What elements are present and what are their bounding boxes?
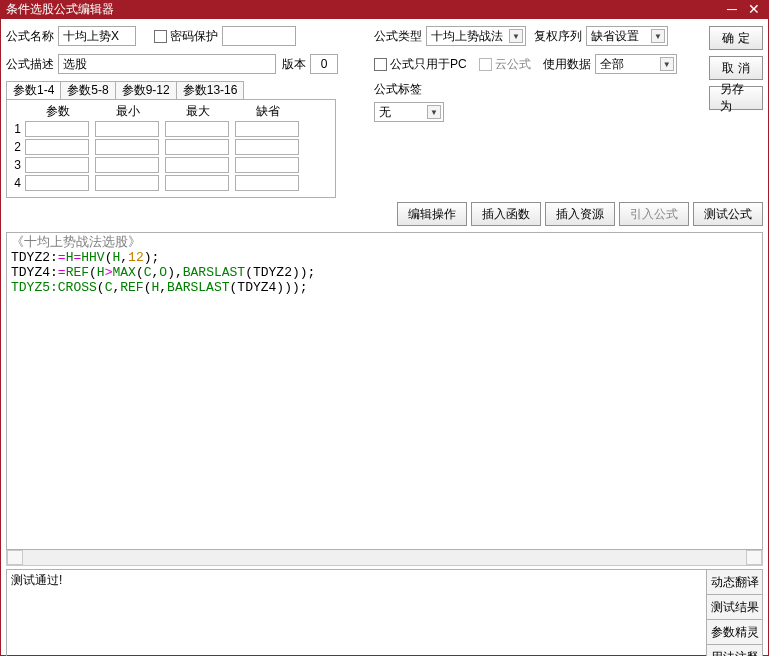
minimize-icon[interactable]: ─: [721, 0, 743, 19]
window-title: 条件选股公式编辑器: [6, 1, 721, 18]
import-button: 引入公式: [619, 202, 689, 226]
tab-usage-notes[interactable]: 用法注释: [707, 645, 762, 656]
ok-button[interactable]: 确 定: [709, 26, 763, 50]
tab-params-1-4[interactable]: 参数1-4: [6, 81, 61, 99]
chevron-down-icon: ▼: [651, 29, 665, 43]
param-input[interactable]: [235, 157, 299, 173]
password-label: 密码保护: [170, 28, 218, 45]
test-button[interactable]: 测试公式: [693, 202, 763, 226]
param-input[interactable]: [235, 175, 299, 191]
param-input[interactable]: [25, 121, 89, 137]
tab-test-result[interactable]: 测试结果: [707, 595, 762, 620]
pconly-checkbox[interactable]: [374, 58, 387, 71]
saveas-button[interactable]: 另存为: [709, 86, 763, 110]
password-checkbox[interactable]: [154, 30, 167, 43]
col-max: 最大: [163, 102, 233, 121]
close-icon[interactable]: ✕: [743, 0, 765, 19]
insert-resource-button[interactable]: 插入资源: [545, 202, 615, 226]
param-input[interactable]: [95, 139, 159, 155]
titlebar: 条件选股公式编辑器 ─ ✕: [0, 0, 769, 19]
param-input[interactable]: [165, 121, 229, 137]
param-input[interactable]: [25, 175, 89, 191]
password-input[interactable]: [222, 26, 296, 46]
tab-params-13-16[interactable]: 参数13-16: [176, 81, 245, 99]
col-name: 参数: [23, 102, 93, 121]
cloud-checkbox: [479, 58, 492, 71]
param-table: 参数 最小 最大 缺省 1 2 3 4: [6, 99, 336, 198]
chevron-down-icon: ▼: [427, 105, 441, 119]
output-panel: 测试通过! 动态翻译 测试结果 参数精灵 用法注释: [6, 569, 763, 656]
param-tabs: 参数1-4 参数5-8 参数9-12 参数13-16: [6, 81, 366, 99]
chevron-down-icon: ▼: [509, 29, 523, 43]
tab-params-5-8[interactable]: 参数5-8: [60, 81, 115, 99]
param-input[interactable]: [95, 175, 159, 191]
cloud-label: 云公式: [495, 56, 531, 73]
param-input[interactable]: [165, 175, 229, 191]
chevron-down-icon: ▼: [660, 57, 674, 71]
col-min: 最小: [93, 102, 163, 121]
desc-input[interactable]: [58, 54, 276, 74]
col-default: 缺省: [233, 102, 303, 121]
name-input[interactable]: [58, 26, 136, 46]
tag-label: 公式标签: [374, 81, 422, 98]
param-input[interactable]: [25, 139, 89, 155]
pconly-label: 公式只用于PC: [390, 56, 467, 73]
tag-select[interactable]: 无▼: [374, 102, 444, 122]
fq-label: 复权序列: [534, 28, 582, 45]
tab-params-9-12[interactable]: 参数9-12: [115, 81, 177, 99]
fq-select[interactable]: 缺省设置▼: [586, 26, 668, 46]
usedata-label: 使用数据: [543, 56, 591, 73]
desc-label: 公式描述: [6, 56, 54, 73]
tab-param-wizard[interactable]: 参数精灵: [707, 620, 762, 645]
param-input[interactable]: [165, 157, 229, 173]
name-label: 公式名称: [6, 28, 54, 45]
type-select[interactable]: 十均上势战法▼: [426, 26, 526, 46]
usedata-select[interactable]: 全部▼: [595, 54, 677, 74]
param-input[interactable]: [235, 139, 299, 155]
param-input[interactable]: [235, 121, 299, 137]
param-input[interactable]: [165, 139, 229, 155]
param-input[interactable]: [25, 157, 89, 173]
version-label: 版本: [282, 56, 306, 73]
insert-function-button[interactable]: 插入函数: [471, 202, 541, 226]
param-input[interactable]: [95, 121, 159, 137]
horizontal-scrollbar[interactable]: [6, 550, 763, 566]
tab-dynamic-translate[interactable]: 动态翻译: [707, 570, 762, 595]
type-label: 公式类型: [374, 28, 422, 45]
param-input[interactable]: [95, 157, 159, 173]
version-input[interactable]: [310, 54, 338, 74]
test-message: 测试通过!: [7, 570, 706, 656]
editop-button[interactable]: 编辑操作: [397, 202, 467, 226]
cancel-button[interactable]: 取 消: [709, 56, 763, 80]
code-editor[interactable]: 《十均上势战法选股》 TDYZ2:=H=HHV(H,12); TDYZ4:=RE…: [6, 232, 763, 550]
